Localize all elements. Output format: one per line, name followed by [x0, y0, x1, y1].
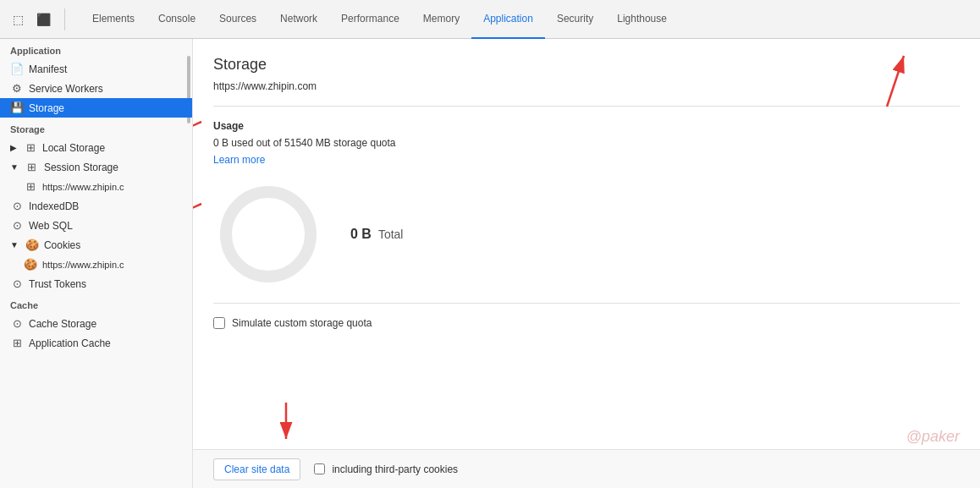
content-url: https://www.zhipin.com	[213, 80, 960, 107]
cache-storage-icon: ⊙	[10, 317, 24, 330]
sidebar-item-session-storage-child[interactable]: ⊞ https://www.zhipin.c	[0, 177, 192, 196]
clear-site-data-button[interactable]: Clear site data	[213, 458, 300, 480]
session-storage-child-icon: ⊞	[24, 180, 37, 193]
local-storage-icon: ⊞	[24, 141, 37, 154]
sidebar-section-storage: Storage	[0, 118, 192, 138]
content-area: Storage https://www.zhipin.com Usage 0 B…	[193, 39, 980, 488]
sidebar-item-web-sql[interactable]: ⊙ Web SQL	[0, 216, 192, 235]
tab-sources[interactable]: Sources	[207, 0, 268, 39]
expand-local-storage-icon: ▶	[10, 143, 17, 152]
sidebar-item-session-storage-label: Session Storage	[44, 162, 118, 173]
sidebar: Application 📄 Manifest ⚙ Service Workers…	[0, 39, 193, 488]
sidebar-item-web-sql-label: Web SQL	[29, 220, 73, 232]
tab-network[interactable]: Network	[268, 0, 329, 39]
chart-total-row: 0 B Total	[350, 227, 403, 242]
simulate-quota-checkbox[interactable]	[213, 317, 225, 329]
application-cache-icon: ⊞	[10, 337, 24, 349]
web-sql-icon: ⊙	[10, 219, 24, 232]
sidebar-item-local-storage[interactable]: ▶ ⊞ Local Storage	[0, 138, 192, 157]
tab-performance[interactable]: Performance	[329, 0, 411, 39]
sidebar-item-indexeddb[interactable]: ⊙ IndexedDB	[0, 196, 192, 216]
donut-chart	[213, 179, 323, 289]
trust-tokens-icon: ⊙	[10, 277, 24, 290]
chart-row: 0 B Total	[213, 179, 960, 304]
tab-lighthouse[interactable]: Lighthouse	[605, 0, 679, 39]
sidebar-item-cookies-label: Cookies	[44, 239, 80, 251]
annotation-arrow-cookies	[193, 195, 210, 257]
tab-memory[interactable]: Memory	[411, 0, 471, 39]
including-third-party-checkbox[interactable]	[314, 463, 325, 474]
tab-elements[interactable]: Elements	[80, 0, 146, 39]
tab-security[interactable]: Security	[545, 0, 605, 39]
annotation-arrow-storage	[193, 113, 210, 175]
sidebar-item-storage-label: Storage	[29, 102, 64, 114]
sidebar-item-session-storage[interactable]: ▼ ⊞ Session Storage	[0, 157, 192, 177]
toolbar-icons: ⬚ ⬛	[7, 8, 65, 30]
svg-point-2	[226, 192, 311, 277]
main-layout: Application 📄 Manifest ⚙ Service Workers…	[0, 39, 980, 488]
learn-more-link[interactable]: Learn more	[213, 154, 265, 166]
svg-line-4	[193, 122, 201, 160]
sidebar-item-manifest-label: Manifest	[29, 63, 67, 75]
device-icon[interactable]: ⬛	[32, 8, 54, 30]
page-title: Storage	[213, 56, 960, 74]
tab-application[interactable]: Application	[471, 0, 545, 39]
including-third-party-label: including third-party cookies	[332, 463, 458, 475]
inspect-icon[interactable]: ⬚	[7, 8, 29, 30]
including-third-party-row: including third-party cookies	[314, 463, 458, 475]
bottom-bar: Clear site data including third-party co…	[193, 449, 980, 488]
sidebar-item-session-storage-child-label: https://www.zhipin.c	[42, 182, 124, 192]
sidebar-item-service-workers-label: Service Workers	[29, 83, 103, 95]
sidebar-item-indexeddb-label: IndexedDB	[29, 200, 79, 212]
manifest-icon: 📄	[10, 63, 24, 75]
session-storage-icon: ⊞	[25, 161, 39, 173]
sidebar-item-cookies[interactable]: ▼ 🍪 Cookies	[0, 235, 192, 255]
sidebar-item-cache-storage[interactable]: ⊙ Cache Storage	[0, 314, 192, 333]
usage-text: 0 B used out of 51540 MB storage quota	[213, 137, 960, 149]
cookies-icon: 🍪	[25, 239, 39, 251]
sidebar-item-cookies-child-label: https://www.zhipin.c	[42, 260, 124, 270]
svg-line-6	[193, 204, 201, 242]
cookies-child-icon: 🍪	[24, 258, 37, 271]
expand-cookies-icon: ▼	[10, 240, 19, 249]
service-workers-icon: ⚙	[10, 82, 24, 95]
sidebar-item-trust-tokens-label: Trust Tokens	[29, 278, 86, 290]
expand-session-storage-icon: ▼	[10, 162, 19, 172]
sidebar-section-application: Application	[0, 39, 192, 59]
simulate-quota-row: Simulate custom storage quota	[213, 317, 960, 329]
sidebar-item-trust-tokens[interactable]: ⊙ Trust Tokens	[0, 274, 192, 293]
tab-console[interactable]: Console	[146, 0, 207, 39]
watermark: @paker	[906, 428, 960, 446]
sidebar-item-application-cache[interactable]: ⊞ Application Cache	[0, 333, 192, 353]
chart-label: Total	[378, 228, 404, 241]
sidebar-item-manifest[interactable]: 📄 Manifest	[0, 59, 192, 79]
sidebar-item-cache-storage-label: Cache Storage	[29, 318, 96, 330]
storage-icon: 💾	[10, 101, 24, 114]
simulate-quota-label: Simulate custom storage quota	[232, 317, 372, 329]
sidebar-item-storage[interactable]: 💾 Storage	[0, 98, 192, 118]
usage-section: Usage 0 B used out of 51540 MB storage q…	[213, 120, 960, 166]
sidebar-section-cache: Cache	[0, 293, 192, 314]
sidebar-item-service-workers[interactable]: ⚙ Service Workers	[0, 79, 192, 98]
toolbar: ⬚ ⬛ ElementsConsoleSourcesNetworkPerform…	[0, 0, 980, 39]
tab-bar: ElementsConsoleSourcesNetworkPerformance…	[80, 0, 973, 39]
indexeddb-icon: ⊙	[10, 200, 24, 212]
sidebar-item-cookies-child[interactable]: 🍪 https://www.zhipin.c	[0, 255, 192, 274]
chart-info: 0 B Total	[350, 227, 403, 242]
usage-section-title: Usage	[213, 120, 960, 132]
sidebar-item-local-storage-label: Local Storage	[42, 142, 105, 154]
chart-value: 0 B	[350, 227, 372, 242]
sidebar-item-application-cache-label: Application Cache	[29, 337, 111, 349]
